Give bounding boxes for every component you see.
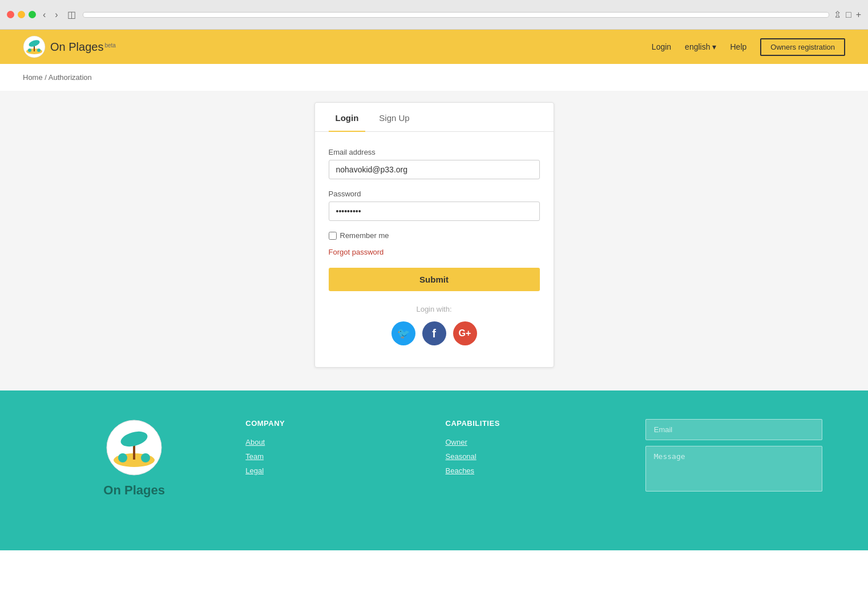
back-button[interactable]: ‹ (41, 10, 48, 20)
header-nav: Login english ▾ Help Owners registration (652, 38, 845, 56)
breadcrumb-separator: / (45, 73, 47, 82)
footer-company-title: COMPANY (245, 419, 422, 428)
email-label: Email address (329, 148, 540, 156)
footer-company-col: COMPANY About Team Legal (245, 419, 422, 522)
password-label: Password (329, 190, 540, 198)
password-group: Password (329, 190, 540, 221)
auth-card: Login Sign Up Email address Password Rem… (314, 102, 554, 368)
remember-label[interactable]: Remember me (340, 231, 389, 240)
browser-actions: ⇫ □ + (834, 9, 861, 20)
footer-message-input[interactable] (645, 446, 822, 492)
share-button[interactable]: ⇫ (834, 9, 841, 20)
header: On Plagesbeta Login english ▾ Help Owner… (0, 30, 868, 64)
footer-link-legal[interactable]: Legal (245, 466, 422, 475)
footer-link-about[interactable]: About (245, 438, 422, 446)
maximize-traffic-light[interactable] (29, 11, 36, 18)
footer-logo-name: On Plages (103, 483, 165, 498)
browser-chrome: ‹ › ◫ ⇫ □ + (0, 0, 868, 30)
breadcrumb: Home / Authorization (0, 64, 868, 91)
facebook-icon: f (432, 327, 436, 340)
login-nav-link[interactable]: Login (652, 42, 671, 51)
auth-tabs: Login Sign Up (315, 103, 554, 132)
submit-button[interactable]: Submit (329, 268, 540, 291)
traffic-lights (7, 11, 36, 18)
auth-form: Email address Password Remember me Forgo… (315, 132, 554, 367)
svg-point-5 (37, 49, 41, 52)
svg-point-10 (118, 453, 127, 462)
tab-button[interactable]: □ (846, 9, 851, 20)
owners-registration-button[interactable]: Owners registration (760, 38, 845, 56)
logo-icon (23, 35, 46, 58)
tab-signup[interactable]: Sign Up (372, 103, 416, 132)
footer: On Plages COMPANY About Team Legal CAPAB… (0, 390, 868, 550)
logo-area: On Plagesbeta (23, 35, 116, 58)
forgot-password-link[interactable]: Forgot password (329, 248, 540, 256)
footer-capabilities-title: CAPABILITIES (446, 419, 623, 428)
footer-link-team[interactable]: Team (245, 452, 422, 461)
breadcrumb-current: Authorization (49, 73, 92, 82)
app-wrapper: On Plagesbeta Login english ▾ Help Owner… (0, 30, 868, 604)
minimize-traffic-light[interactable] (18, 11, 25, 18)
url-bar[interactable] (83, 12, 829, 18)
footer-capabilities-col: CAPABILITIES Owner Seasonal Beaches (446, 419, 623, 522)
sidebar-button[interactable]: ◫ (65, 9, 78, 20)
footer-link-owner[interactable]: Owner (446, 438, 623, 446)
footer-logo-area: On Plages (46, 419, 223, 522)
twitter-login-button[interactable]: 🐦 (391, 321, 415, 345)
google-login-button[interactable]: G+ (453, 321, 477, 345)
help-nav-link[interactable]: Help (730, 42, 746, 51)
remember-row: Remember me (329, 231, 540, 240)
close-traffic-light[interactable] (7, 11, 14, 18)
new-tab-button[interactable]: + (856, 9, 861, 20)
footer-link-seasonal[interactable]: Seasonal (446, 452, 623, 461)
language-selector[interactable]: english ▾ (685, 42, 716, 51)
tab-login[interactable]: Login (329, 103, 366, 132)
social-buttons: 🐦 f G+ (329, 321, 540, 345)
footer-link-beaches[interactable]: Beaches (446, 466, 623, 475)
main-content: Login Sign Up Email address Password Rem… (0, 91, 868, 390)
twitter-icon: 🐦 (397, 327, 410, 340)
svg-point-11 (141, 453, 150, 462)
remember-checkbox[interactable] (329, 232, 337, 240)
breadcrumb-home[interactable]: Home (23, 73, 43, 82)
login-with-text: Login with: (329, 305, 540, 313)
footer-email-input[interactable] (645, 419, 822, 440)
footer-contact-col (645, 419, 822, 522)
google-icon: G+ (459, 328, 471, 339)
email-group: Email address (329, 148, 540, 179)
email-input[interactable] (329, 160, 540, 179)
facebook-login-button[interactable]: f (422, 321, 446, 345)
password-input[interactable] (329, 202, 540, 221)
svg-point-4 (28, 49, 31, 52)
logo-text: On Plagesbeta (50, 41, 116, 54)
chevron-down-icon: ▾ (712, 42, 716, 51)
forward-button[interactable]: › (53, 10, 60, 20)
footer-logo-icon (106, 419, 163, 476)
